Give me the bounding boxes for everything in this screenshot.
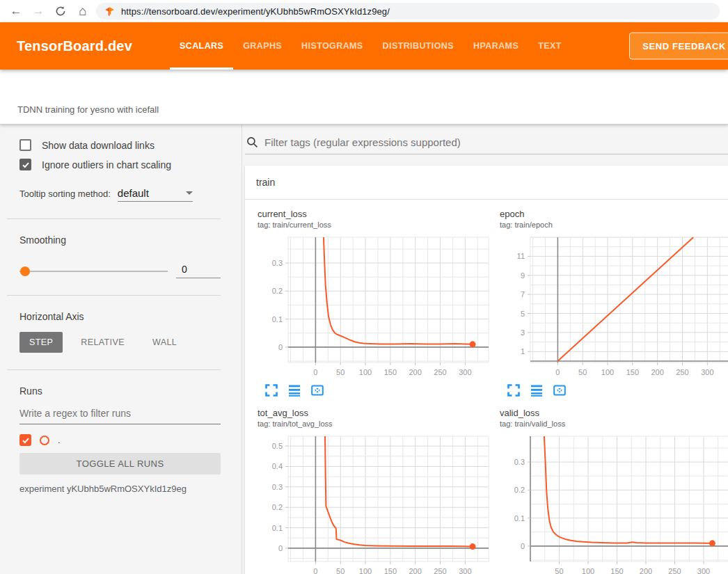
- ignore-outliers-checkbox[interactable]: Ignore outliers in chart scaling: [19, 159, 221, 170]
- tab-scalars[interactable]: SCALARS: [170, 22, 233, 70]
- runs-filter-input[interactable]: [19, 404, 221, 424]
- smoothing-value-field[interactable]: 0: [176, 264, 221, 278]
- tag-group-header[interactable]: train: [245, 166, 728, 200]
- svg-text:250: 250: [434, 567, 446, 574]
- chart-title: tot_avg_loss: [252, 407, 494, 419]
- svg-text:0.1: 0.1: [514, 514, 525, 523]
- log-scale-icon[interactable]: [287, 383, 301, 397]
- svg-text:3: 3: [521, 328, 525, 337]
- chart-title: valid_loss: [494, 407, 728, 419]
- experiment-title-bar: TDNN training for yesno with icefall: [0, 70, 728, 124]
- chart-card-valid-loss: valid_loss tag: train/valid_loss 5010015…: [494, 407, 728, 574]
- tooltip-sort-value: default: [118, 187, 180, 199]
- svg-text:0.3: 0.3: [272, 259, 283, 267]
- brand-logo[interactable]: TensorBoard.dev: [0, 38, 132, 54]
- settings-sidebar: Show data download links Ignore outliers…: [0, 124, 242, 574]
- svg-text:0.1: 0.1: [272, 524, 283, 532]
- main-panel: train current_loss tag: train/current_lo…: [242, 124, 728, 574]
- tensorboard-favicon: [104, 6, 115, 17]
- svg-text:200: 200: [651, 368, 664, 376]
- main-nav: SCALARS GRAPHS HISTOGRAMS DISTRIBUTIONS …: [170, 22, 571, 70]
- svg-text:50: 50: [336, 567, 345, 574]
- svg-text:100: 100: [601, 368, 614, 376]
- svg-text:0: 0: [555, 368, 560, 376]
- back-icon[interactable]: ←: [7, 2, 25, 20]
- forward-icon[interactable]: →: [29, 2, 47, 20]
- svg-text:0: 0: [313, 368, 317, 376]
- scalar-chart[interactable]: 0501001502002503001357911: [494, 233, 728, 382]
- checkbox-unchecked-icon[interactable]: [19, 139, 31, 151]
- svg-text:9: 9: [521, 271, 525, 280]
- svg-text:50: 50: [555, 567, 563, 574]
- browser-toolbar: ← → ⌂ https://tensorboard.dev/experiment…: [0, 0, 728, 22]
- filter-tags-input[interactable]: [264, 136, 728, 148]
- search-icon: [246, 136, 258, 148]
- horizontal-axis-label: Horizontal Axis: [19, 311, 221, 322]
- slider-thumb[interactable]: [20, 266, 30, 276]
- axis-relative-button[interactable]: RELATIVE: [71, 332, 134, 353]
- show-download-links-checkbox[interactable]: Show data download links: [19, 139, 221, 151]
- home-icon[interactable]: ⌂: [74, 2, 92, 20]
- svg-text:300: 300: [697, 567, 710, 574]
- run-checkbox-icon[interactable]: [19, 434, 31, 446]
- scalar-chart[interactable]: 05010015020025030000.10.20.30.40.5: [252, 432, 494, 574]
- checkbox-checked-icon[interactable]: [19, 159, 31, 170]
- svg-text:250: 250: [434, 368, 446, 376]
- smoothing-slider[interactable]: [19, 271, 168, 272]
- tag-group-card: train current_loss tag: train/current_lo…: [245, 166, 728, 574]
- svg-text:11: 11: [517, 252, 525, 260]
- svg-text:0.4: 0.4: [272, 462, 283, 470]
- send-feedback-button[interactable]: SEND FEEDBACK: [629, 33, 728, 60]
- expand-card-icon[interactable]: [507, 383, 521, 397]
- runs-label: Runs: [19, 385, 221, 397]
- svg-text:0: 0: [313, 567, 317, 574]
- tab-text[interactable]: TEXT: [528, 22, 571, 70]
- run-name: .: [58, 435, 61, 445]
- tooltip-sort-dropdown[interactable]: default: [118, 187, 193, 202]
- tab-hparams[interactable]: HPARAMS: [464, 22, 528, 70]
- svg-text:200: 200: [409, 368, 422, 376]
- chart-title: epoch: [494, 208, 728, 220]
- chart-tag: tag: train/tot_avg_loss: [252, 419, 494, 429]
- expand-card-icon[interactable]: [264, 383, 278, 397]
- svg-text:0.2: 0.2: [272, 503, 283, 511]
- tab-histograms[interactable]: HISTOGRAMS: [292, 22, 373, 70]
- show-download-links-label: Show data download links: [42, 140, 155, 151]
- divider: [7, 369, 221, 370]
- svg-text:100: 100: [359, 567, 372, 574]
- svg-text:0.5: 0.5: [272, 442, 283, 450]
- address-bar[interactable]: https://tensorboard.dev/experiment/yKUbh…: [96, 3, 720, 19]
- svg-text:250: 250: [676, 368, 688, 376]
- svg-text:5: 5: [521, 310, 525, 318]
- ignore-outliers-label: Ignore outliers in chart scaling: [42, 159, 171, 170]
- svg-text:250: 250: [668, 567, 681, 574]
- svg-text:200: 200: [640, 567, 652, 574]
- tab-distributions[interactable]: DISTRIBUTIONS: [373, 22, 464, 70]
- reload-icon[interactable]: [52, 2, 70, 20]
- axis-step-button[interactable]: STEP: [19, 332, 63, 353]
- tab-graphs[interactable]: GRAPHS: [233, 22, 292, 70]
- run-color-swatch: [40, 436, 49, 445]
- experiment-id-text: experiment yKUbhb5wRmOSXYkId1z9eg: [19, 484, 221, 494]
- experiment-title: TDNN training for yesno with icefall: [17, 104, 159, 115]
- run-row[interactable]: .: [19, 434, 221, 446]
- svg-text:1: 1: [521, 347, 525, 356]
- scalar-chart[interactable]: 05010015020025030000.10.20.3: [252, 233, 494, 382]
- svg-text:7: 7: [521, 290, 525, 298]
- toggle-all-runs-button[interactable]: TOGGLE ALL RUNS: [19, 453, 221, 475]
- url-text: https://tensorboard.dev/experiment/yKUbh…: [121, 6, 390, 17]
- axis-wall-button[interactable]: WALL: [143, 332, 187, 353]
- tooltip-sort-label: Tooltip sorting method:: [19, 189, 111, 199]
- svg-text:150: 150: [384, 567, 397, 574]
- divider: [7, 218, 221, 219]
- chart-card-epoch: epoch tag: train/epoch 05010015020025030…: [494, 208, 728, 397]
- log-scale-icon[interactable]: [530, 383, 544, 397]
- svg-text:150: 150: [610, 567, 623, 574]
- scalar-chart[interactable]: 5010015020025030000.10.20.3: [494, 432, 728, 574]
- divider: [7, 295, 221, 296]
- fit-domain-icon[interactable]: [553, 383, 567, 397]
- chart-tag: tag: train/valid_loss: [494, 419, 728, 429]
- svg-text:50: 50: [578, 368, 587, 376]
- chart-card-tot-avg-loss: tot_avg_loss tag: train/tot_avg_loss 050…: [252, 407, 494, 574]
- fit-domain-icon[interactable]: [310, 383, 324, 397]
